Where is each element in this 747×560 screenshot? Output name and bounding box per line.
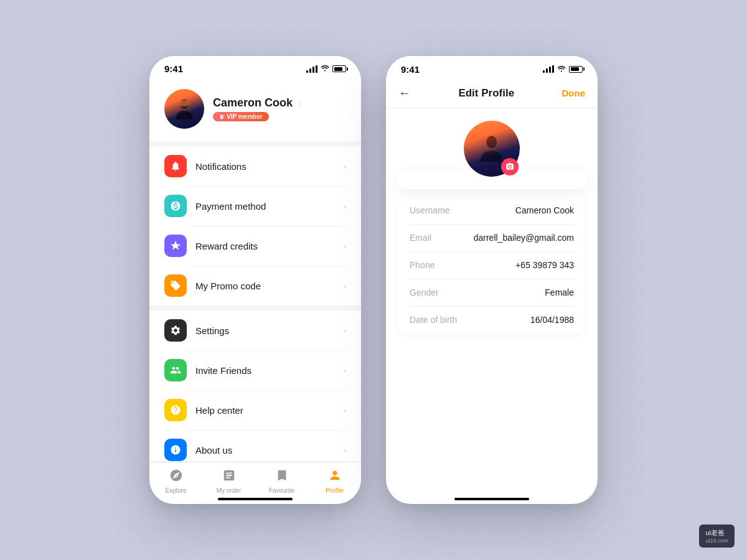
dob-value: 16/04/1988 — [466, 315, 574, 325]
time-left: 9:41 — [164, 63, 183, 74]
favourite-icon — [275, 469, 289, 485]
explore-icon — [169, 469, 183, 485]
watermark: ui老爸 ui18.com — [699, 525, 735, 548]
email-value: darrell_bailey@gmail.com — [466, 233, 574, 243]
status-bar-right: 9:41 — [386, 56, 598, 80]
promo-chevron: › — [344, 281, 346, 291]
time-right: 9:41 — [401, 64, 420, 75]
profile-name: Cameron Cook — [213, 96, 293, 110]
status-icons-right — [543, 63, 583, 75]
invite-chevron: › — [344, 366, 346, 375]
profile-fields-card: Username Cameron Cook Email darrell_bail… — [398, 197, 585, 334]
status-bar-left: 9:41 — [149, 56, 361, 79]
gender-label: Gender — [410, 287, 466, 297]
battery-icon-right — [569, 66, 583, 73]
username-value: Cameron Cook — [466, 205, 574, 215]
watermark-sub: ui18.com — [705, 538, 728, 544]
invite-icon-wrap — [164, 359, 187, 381]
menu-item-rewards[interactable]: Reward credits › — [149, 226, 361, 266]
status-icons-left — [306, 65, 346, 73]
settings-icon-wrap — [164, 319, 187, 342]
help-chevron: › — [344, 406, 346, 415]
edit-header: ← Edit Profile Done — [386, 80, 598, 108]
explore-label: Explore — [166, 487, 187, 494]
back-button[interactable]: ← — [398, 86, 411, 100]
menu-group-2: Settings › Invite Friends › Help center … — [149, 310, 361, 470]
nav-explore[interactable]: Explore — [149, 469, 202, 494]
home-indicator-right — [454, 498, 529, 500]
avatar-section-wrapper — [386, 108, 598, 189]
field-email[interactable]: Email darrell_bailey@gmail.com — [398, 224, 585, 251]
nav-favourite[interactable]: Favourite — [255, 469, 308, 494]
camera-button[interactable] — [501, 158, 519, 175]
field-phone[interactable]: Phone +65 39879 343 — [398, 251, 585, 279]
vip-badge: VIP member — [213, 112, 269, 121]
edit-avatar-wrap — [464, 121, 520, 177]
nav-myorder[interactable]: My order — [202, 469, 255, 494]
about-chevron: › — [344, 446, 346, 455]
edit-profile-title: Edit Profile — [458, 87, 514, 100]
profile-section[interactable]: Cameron Cook › VIP member — [149, 79, 361, 141]
payment-chevron: › — [344, 202, 346, 211]
profile-info: Cameron Cook › VIP member — [213, 96, 346, 121]
promo-label: My Promo code — [195, 281, 344, 291]
about-icon-wrap — [164, 439, 187, 461]
divider-2 — [149, 306, 361, 310]
wifi-icon-right — [557, 63, 566, 75]
about-label: About us — [195, 445, 344, 455]
settings-chevron: › — [344, 326, 346, 335]
field-dob[interactable]: Date of birth 16/04/1988 — [398, 306, 585, 334]
promo-icon-wrap — [164, 274, 187, 297]
signal-icon — [306, 65, 317, 73]
divider-1 — [149, 141, 361, 146]
menu-item-invite[interactable]: Invite Friends › — [149, 350, 361, 390]
field-username[interactable]: Username Cameron Cook — [398, 197, 585, 224]
profile-icon — [328, 469, 342, 485]
favourite-label: Favourite — [269, 487, 295, 494]
wifi-icon — [321, 65, 329, 73]
notifications-chevron: › — [344, 162, 346, 171]
dob-label: Date of birth — [410, 315, 466, 325]
notifications-label: Notifications — [195, 161, 344, 172]
right-phone: 9:41 ← Edit Profile — [386, 56, 598, 504]
myorder-icon — [222, 469, 236, 485]
battery-icon — [332, 65, 346, 72]
svg-point-2 — [487, 136, 497, 148]
profile-nav-label: Profile — [326, 487, 343, 494]
settings-label: Settings — [195, 325, 344, 336]
menu-group-1: Notifications › Payment method › Reward … — [149, 146, 361, 306]
help-label: Help center — [195, 405, 344, 416]
watermark-main: ui老爸 — [705, 528, 728, 538]
payment-label: Payment method — [195, 201, 344, 212]
svg-point-1 — [179, 100, 189, 106]
avatar — [164, 89, 204, 129]
menu-item-promo[interactable]: My Promo code › — [149, 266, 361, 306]
phone-label: Phone — [410, 260, 466, 270]
profile-name-row: Cameron Cook › — [213, 96, 346, 110]
phone-value: +65 39879 343 — [466, 260, 574, 270]
gender-value: Female — [466, 287, 574, 297]
email-label: Email — [410, 233, 466, 243]
payment-icon-wrap — [164, 195, 187, 217]
rewards-label: Reward credits — [195, 241, 344, 251]
rewards-chevron: › — [344, 241, 346, 251]
phones-container: 9:41 — [149, 56, 598, 504]
field-gender[interactable]: Gender Female — [398, 279, 585, 306]
done-button[interactable]: Done — [561, 88, 585, 98]
notification-icon-wrap — [164, 155, 187, 177]
invite-label: Invite Friends — [195, 365, 344, 376]
menu-item-payment[interactable]: Payment method › — [149, 186, 361, 226]
profile-chevron: › — [298, 98, 301, 108]
rewards-icon-wrap — [164, 235, 187, 257]
edit-avatar-outer — [386, 121, 598, 177]
menu-item-settings[interactable]: Settings › — [149, 310, 361, 350]
signal-icon-right — [543, 65, 554, 73]
nav-profile[interactable]: Profile — [308, 469, 361, 494]
menu-item-help[interactable]: Help center › — [149, 390, 361, 430]
home-indicator — [218, 498, 293, 500]
help-icon-wrap — [164, 399, 187, 421]
menu-item-notifications[interactable]: Notifications › — [149, 146, 361, 186]
left-phone: 9:41 — [149, 56, 361, 504]
myorder-label: My order — [217, 487, 241, 494]
username-label: Username — [410, 205, 466, 215]
